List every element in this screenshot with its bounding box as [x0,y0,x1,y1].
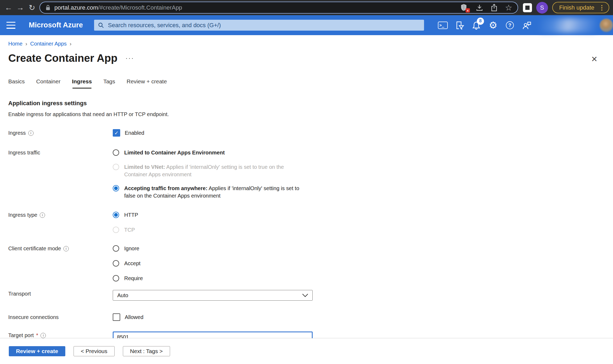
search-input[interactable] [107,22,420,29]
extension-badge: x [466,8,470,13]
required-asterisk: * [36,332,38,338]
ingress-enabled-label: Enabled [125,130,144,136]
radio-accept-anywhere[interactable] [113,185,119,191]
tab-ingress[interactable]: Ingress [72,78,92,89]
option-text: Accept [124,260,140,267]
address-bar[interactable]: portal.azure.com/#create/Microsoft.Conta… [39,2,518,14]
radio-http[interactable] [113,212,119,218]
search-icon [98,22,104,28]
ingress-type-label-row: Ingress type i [8,211,113,218]
finish-update-label: Finish update [559,4,594,11]
radio-option-require: Require [113,275,299,282]
cloud-shell-icon[interactable]: >_ [437,20,448,31]
client-cert-mode-label-row: Client certificate mode i [8,245,113,252]
info-icon[interactable]: i [40,212,45,218]
ingress-label: Ingress [8,130,26,136]
breadcrumb-container-apps[interactable]: Container Apps [30,41,67,47]
side-panel-icon[interactable] [523,3,532,12]
transport-label-row: Transport [8,290,113,297]
url-path: /#create/Microsoft.ContainerApp [98,4,182,11]
url-text: portal.azure.com/#create/Microsoft.Conta… [54,4,182,11]
breadcrumb-home[interactable]: Home [8,41,22,47]
option-text: HTTP [124,211,138,219]
notifications-bell-icon[interactable]: 8 [471,20,482,31]
hamburger-menu-icon[interactable] [6,22,15,29]
url-domain: portal.azure.com [54,4,98,11]
feedback-icon[interactable] [521,20,532,31]
more-options-icon[interactable]: ··· [126,54,134,62]
radio-option-accept: Accept [113,260,299,267]
refresh-icon[interactable]: ↻ [26,2,38,14]
tab-tags[interactable]: Tags [103,78,115,89]
transport-dropdown[interactable]: Auto [113,290,313,301]
option-bold-text: Accepting traffic from anywhere: [124,185,207,191]
extension-icon[interactable]: x [460,3,468,12]
section-heading: Application ingress settings [8,100,613,107]
account-info-blurred [539,18,597,32]
page-content: Home › Container Apps › Create Container… [0,40,613,343]
ingress-enabled-checkbox[interactable]: ✓ [113,129,120,137]
option-text: Ignore [124,245,139,252]
back-icon[interactable]: ← [3,2,14,14]
radio-tcp [113,227,119,233]
account-avatar[interactable] [600,19,613,32]
next-tags-button[interactable]: Next : Tags > [123,346,170,356]
radio-limited-environment[interactable] [113,149,119,156]
option-bold-text: Limited to Container Apps Environment [124,150,225,156]
directory-filter-icon[interactable] [454,20,465,31]
target-port-label: Target port [8,332,34,338]
radio-option-http: HTTP [113,211,299,219]
insecure-connections-label: Insecure connections [8,314,59,320]
finish-update-button[interactable]: Finish update ⋮ [552,2,609,13]
breadcrumb-separator-icon: › [25,40,27,47]
wizard-footer: Review + create < Previous Next : Tags > [0,338,613,364]
ingress-label-row: Ingress i [8,129,113,136]
radio-accept[interactable] [113,260,119,267]
transport-label: Transport [8,291,31,297]
insecure-connections-label-row: Insecure connections [8,313,113,320]
tab-basics[interactable]: Basics [8,78,25,89]
close-icon[interactable]: ✕ [591,55,598,63]
insecure-allowed-checkbox[interactable] [113,313,120,321]
breadcrumb: Home › Container Apps › [8,40,613,47]
radio-require[interactable] [113,275,119,281]
azure-header: Microsoft Azure >_ 8 ⚙ ? [0,15,613,35]
radio-option-limited-environment: Limited to Container Apps Environment [113,149,299,156]
client-cert-mode-label: Client certificate mode [8,246,61,252]
azure-brand[interactable]: Microsoft Azure [29,21,83,29]
info-icon[interactable]: i [28,130,34,136]
kebab-menu-icon[interactable]: ⋮ [599,4,605,11]
ingress-type-label: Ingress type [8,212,37,218]
transport-value: Auto [117,292,128,298]
radio-ignore[interactable] [113,245,119,252]
browser-chrome: ← → ↻ portal.azure.com/#create/Microsoft… [0,0,613,15]
page-title: Create Container App [8,52,118,64]
previous-button[interactable]: < Previous [74,346,115,356]
global-search[interactable] [94,20,424,31]
option-bold-text: Limited to VNet: [124,164,165,170]
forward-icon[interactable]: → [14,2,26,14]
notification-count-badge: 8 [477,18,484,25]
chevron-down-icon [302,294,308,297]
radio-option-ignore: Ignore [113,245,299,252]
bookmark-star-icon[interactable]: ☆ [505,4,512,12]
radio-option-limited-vnet: Limited to VNet: Applies if 'internalOnl… [113,163,299,178]
ingress-traffic-label-row: Ingress traffic [8,149,113,156]
target-port-label-row: Target port * i [8,332,113,338]
tab-container[interactable]: Container [36,78,61,89]
settings-gear-icon[interactable]: ⚙ [488,20,498,31]
browser-profile-avatar[interactable]: S [536,2,548,14]
tab-bar: Basics Container Ingress Tags Review + c… [8,78,613,89]
lock-icon [45,5,51,11]
option-text: Require [124,275,143,282]
review-create-button[interactable]: Review + create [9,346,65,356]
share-icon[interactable] [491,4,498,12]
tab-review-create[interactable]: Review + create [127,78,167,89]
info-icon[interactable]: i [63,246,69,251]
section-description: Enable ingress for applications that nee… [8,111,613,117]
info-icon[interactable]: i [41,333,46,338]
insecure-allowed-label: Allowed [125,314,143,320]
ingress-traffic-label: Ingress traffic [8,150,40,156]
download-icon[interactable] [476,4,483,11]
help-icon[interactable]: ? [505,20,515,31]
